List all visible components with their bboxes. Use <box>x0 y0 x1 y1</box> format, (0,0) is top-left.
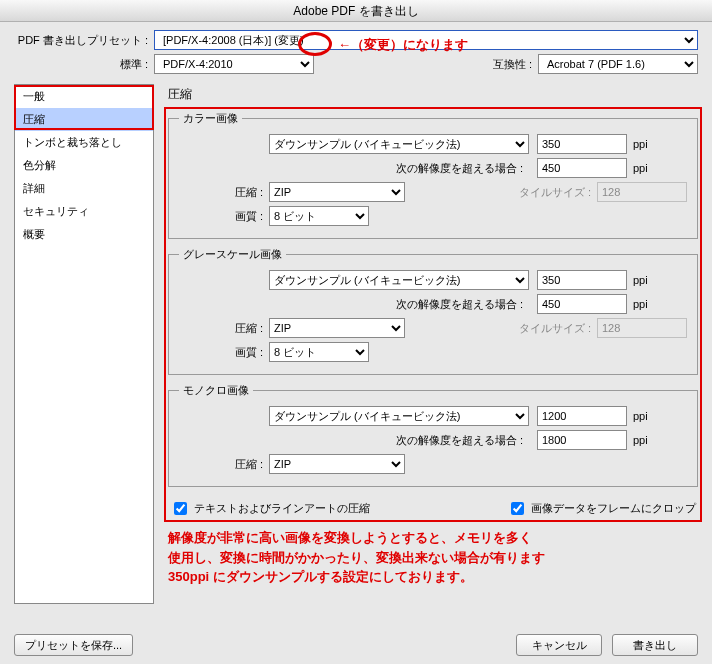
ppi-unit: ppi <box>627 138 648 150</box>
mono-compress-label: 圧縮 : <box>235 458 269 470</box>
compat-label: 互換性 : <box>493 57 538 72</box>
mono-group: モノクロ画像 ダウンサンプル (バイキュービック法) ppi 次の解像度を超える… <box>168 383 698 487</box>
color-tile-label: タイルサイズ : <box>519 185 597 200</box>
section-title: 圧縮 <box>168 84 698 103</box>
sidebar-item-advanced[interactable]: 詳細 <box>15 177 153 200</box>
gray-quality-select[interactable]: 8 ビット <box>269 342 369 362</box>
sidebar-item-compression[interactable]: 圧縮 <box>15 108 153 131</box>
sidebar-item-output[interactable]: 色分解 <box>15 154 153 177</box>
color-legend: カラー画像 <box>179 111 242 126</box>
sidebar-item-general[interactable]: 一般 <box>15 85 153 108</box>
text-lineart-checkbox[interactable]: テキストおよびラインアートの圧縮 <box>170 499 370 518</box>
mono-ppi-input[interactable] <box>537 406 627 426</box>
color-quality-select[interactable]: 8 ビット <box>269 206 369 226</box>
gray-quality-label: 画質 : <box>235 346 269 358</box>
ppi-unit: ppi <box>627 274 648 286</box>
gray-threshold-label: 次の解像度を超える場合 : <box>396 298 529 310</box>
save-preset-button[interactable]: プリセットを保存... <box>14 634 133 656</box>
crop-frame-checkbox[interactable]: 画像データをフレームにクロップ <box>507 499 696 518</box>
ppi-unit: ppi <box>627 162 648 174</box>
gray-legend: グレースケール画像 <box>179 247 286 262</box>
crop-frame-label: 画像データをフレームにクロップ <box>531 501 696 516</box>
gray-tile-label: タイルサイズ : <box>519 321 597 336</box>
sidebar-item-security[interactable]: セキュリティ <box>15 200 153 223</box>
standard-label: 標準 : <box>14 57 154 72</box>
mono-legend: モノクロ画像 <box>179 383 253 398</box>
gray-downsample-select[interactable]: ダウンサンプル (バイキュービック法) <box>269 270 529 290</box>
sidebar-item-summary[interactable]: 概要 <box>15 223 153 246</box>
crop-frame-check[interactable] <box>511 502 524 515</box>
standard-select[interactable]: PDF/X-4:2010 <box>154 54 314 74</box>
gray-tile-input <box>597 318 687 338</box>
export-button[interactable]: 書き出し <box>612 634 698 656</box>
mono-threshold-label: 次の解像度を超える場合 : <box>396 434 529 446</box>
color-compress-select[interactable]: ZIP <box>269 182 405 202</box>
color-group: カラー画像 ダウンサンプル (バイキュービック法) ppi 次の解像度を超える場… <box>168 111 698 239</box>
sidebar-item-marks[interactable]: トンボと裁ち落とし <box>15 131 153 154</box>
ppi-unit: ppi <box>627 298 648 310</box>
annotation-note: 解像度が非常に高い画像を変換しようとすると、メモリを多く 使用し、変換に時間がか… <box>168 528 698 587</box>
cancel-button[interactable]: キャンセル <box>516 634 602 656</box>
gray-threshold-input[interactable] <box>537 294 627 314</box>
sidebar: 一般 圧縮 トンボと裁ち落とし 色分解 詳細 セキュリティ 概要 <box>14 84 154 604</box>
color-downsample-select[interactable]: ダウンサンプル (バイキュービック法) <box>269 134 529 154</box>
mono-threshold-input[interactable] <box>537 430 627 450</box>
color-compress-label: 圧縮 : <box>235 186 269 198</box>
color-quality-label: 画質 : <box>235 210 269 222</box>
preset-label: PDF 書き出しプリセット : <box>14 33 154 48</box>
mono-compress-select[interactable]: ZIP <box>269 454 405 474</box>
gray-ppi-input[interactable] <box>537 270 627 290</box>
color-tile-input <box>597 182 687 202</box>
gray-compress-select[interactable]: ZIP <box>269 318 405 338</box>
text-lineart-check[interactable] <box>174 502 187 515</box>
color-threshold-input[interactable] <box>537 158 627 178</box>
preset-select[interactable]: [PDF/X-4:2008 (日本)] (変更) <box>154 30 698 50</box>
gray-group: グレースケール画像 ダウンサンプル (バイキュービック法) ppi 次の解像度を… <box>168 247 698 375</box>
gray-compress-label: 圧縮 : <box>235 322 269 334</box>
ppi-unit: ppi <box>627 410 648 422</box>
ppi-unit: ppi <box>627 434 648 446</box>
color-threshold-label: 次の解像度を超える場合 : <box>396 162 529 174</box>
color-ppi-input[interactable] <box>537 134 627 154</box>
window-title: Adobe PDF を書き出し <box>0 0 712 22</box>
compat-select[interactable]: Acrobat 7 (PDF 1.6) <box>538 54 698 74</box>
mono-downsample-select[interactable]: ダウンサンプル (バイキュービック法) <box>269 406 529 426</box>
text-lineart-label: テキストおよびラインアートの圧縮 <box>194 501 370 516</box>
